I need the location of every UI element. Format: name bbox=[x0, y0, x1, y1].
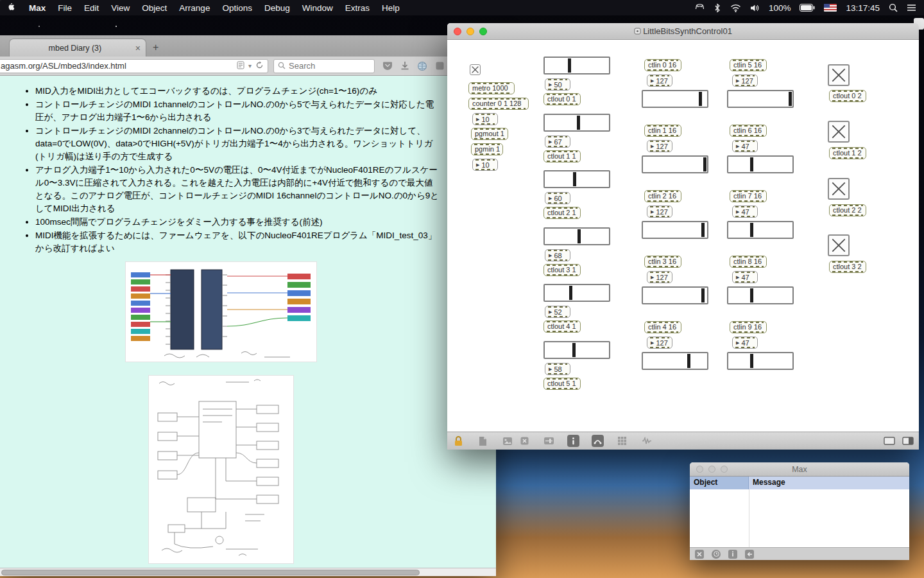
spotlight-icon[interactable] bbox=[889, 3, 898, 12]
info-icon[interactable] bbox=[567, 435, 579, 447]
number-box[interactable]: ▶127 bbox=[647, 271, 672, 283]
number-box[interactable]: ▶10 bbox=[472, 113, 498, 125]
search-input[interactable] bbox=[289, 61, 370, 71]
number-box[interactable]: ▶127 bbox=[647, 140, 672, 152]
clock-icon[interactable] bbox=[712, 550, 721, 559]
menubar-clock[interactable]: 13:17:45 bbox=[846, 3, 880, 13]
object-box-ctlin[interactable]: ctlin 4 16 bbox=[644, 321, 681, 333]
notification-center-icon[interactable] bbox=[907, 4, 916, 12]
menu-item-options[interactable]: Options bbox=[222, 3, 252, 13]
number-box[interactable]: ▶58 bbox=[545, 363, 570, 375]
clear-console-icon[interactable] bbox=[695, 550, 704, 559]
number-box[interactable]: ▶50 bbox=[545, 78, 570, 91]
number-box[interactable]: ▶67 bbox=[545, 136, 570, 148]
new-tab-button[interactable]: + bbox=[153, 42, 158, 53]
zoom-button[interactable] bbox=[479, 28, 487, 35]
column-header-message[interactable]: Message bbox=[749, 477, 909, 489]
object-box-ctlout[interactable]: ctlout 0 1 bbox=[543, 93, 581, 105]
slider[interactable] bbox=[642, 155, 708, 173]
menu-item-view[interactable]: View bbox=[111, 3, 130, 13]
action-icon[interactable] bbox=[745, 550, 754, 559]
slider[interactable] bbox=[727, 221, 794, 239]
new-object-icon[interactable] bbox=[477, 435, 489, 447]
tab-close-icon[interactable]: × bbox=[135, 44, 141, 53]
reload-icon[interactable] bbox=[255, 60, 264, 72]
object-box-ctlout[interactable]: ctlout 1 1 bbox=[543, 150, 581, 162]
slider[interactable] bbox=[642, 221, 708, 239]
object-box-ctlin[interactable]: ctlin 2 16 bbox=[644, 190, 681, 202]
inspector-icon[interactable] bbox=[728, 550, 737, 559]
apple-menu-icon[interactable] bbox=[8, 2, 17, 13]
object-box-ctlout[interactable]: ctlout 2 2 bbox=[829, 204, 866, 216]
audio-icon[interactable] bbox=[640, 435, 653, 447]
object-box-pgmin[interactable]: pgmin 1 bbox=[471, 143, 503, 155]
number-box[interactable]: ▶127 bbox=[647, 337, 672, 349]
number-box[interactable]: ▶47 bbox=[732, 140, 758, 152]
object-box-ctlin[interactable]: ctlin 6 16 bbox=[730, 125, 767, 137]
menu-item-object[interactable]: Object bbox=[142, 3, 167, 13]
patcher-title-bar[interactable]: LittleBitsSynthControl01 bbox=[447, 23, 919, 40]
object-box-ctlin[interactable]: ctlin 7 16 bbox=[730, 190, 767, 202]
toggle-metro[interactable] bbox=[470, 64, 481, 75]
slider[interactable] bbox=[543, 341, 610, 359]
number-box[interactable]: ▶68 bbox=[545, 249, 570, 261]
search-bar[interactable] bbox=[273, 59, 375, 73]
number-box[interactable]: ▶52 bbox=[545, 306, 570, 318]
number-box[interactable]: ▶47 bbox=[732, 271, 758, 283]
toggle-trigger[interactable] bbox=[828, 121, 850, 143]
toggle-trigger[interactable] bbox=[828, 234, 850, 256]
console-title-bar[interactable]: Max bbox=[690, 462, 909, 477]
object-box-ctlout[interactable]: ctlout 0 2 bbox=[829, 90, 866, 102]
slider[interactable] bbox=[543, 114, 610, 132]
globe-extension-icon[interactable] bbox=[417, 61, 427, 71]
zoom-button[interactable] bbox=[721, 466, 728, 473]
fader-icon[interactable] bbox=[543, 435, 555, 447]
toggle-trigger[interactable] bbox=[828, 178, 850, 200]
url-dropdown-icon[interactable]: ▾ bbox=[248, 62, 252, 69]
slider[interactable] bbox=[543, 57, 610, 74]
object-box-ctlout[interactable]: ctlout 4 1 bbox=[543, 320, 581, 333]
object-box-ctlout[interactable]: ctlout 5 1 bbox=[543, 378, 581, 390]
sidebar-left-icon[interactable] bbox=[883, 435, 895, 447]
downloads-icon[interactable] bbox=[400, 61, 409, 71]
toggle-trigger[interactable] bbox=[828, 64, 850, 86]
slider[interactable] bbox=[543, 227, 610, 245]
number-box[interactable]: ▶127 bbox=[732, 74, 758, 87]
object-box-ctlin[interactable]: ctlin 3 16 bbox=[644, 256, 681, 268]
object-box-ctlin[interactable]: ctlin 5 16 bbox=[730, 59, 767, 71]
minimize-button[interactable] bbox=[708, 466, 715, 473]
menu-item-file[interactable]: File bbox=[58, 3, 72, 13]
sidebar-right-icon[interactable] bbox=[902, 435, 914, 447]
object-box-ctlin[interactable]: ctlin 9 16 bbox=[730, 321, 767, 333]
slider[interactable] bbox=[543, 170, 610, 188]
number-box[interactable]: ▶60 bbox=[545, 192, 570, 204]
scrollbar-thumb[interactable] bbox=[1, 570, 420, 575]
object-box-metro[interactable]: metro 1000 bbox=[468, 82, 515, 94]
object-box-ctlin[interactable]: ctlin 8 16 bbox=[730, 256, 767, 268]
object-box-pgmout[interactable]: pgmout 1 bbox=[471, 128, 508, 140]
reader-mode-icon[interactable] bbox=[237, 60, 244, 72]
slider[interactable] bbox=[727, 286, 794, 304]
column-header-object[interactable]: Object bbox=[690, 477, 749, 489]
object-box-ctlin[interactable]: ctlin 0 16 bbox=[644, 59, 681, 71]
url-input[interactable] bbox=[1, 61, 233, 71]
slider[interactable] bbox=[642, 286, 708, 304]
url-bar[interactable]: ▾ bbox=[0, 59, 268, 73]
slider[interactable] bbox=[642, 90, 708, 108]
number-box[interactable]: ▶47 bbox=[732, 206, 758, 218]
patch-cords-icon[interactable] bbox=[592, 435, 604, 447]
menu-item-extras[interactable]: Extras bbox=[345, 3, 370, 13]
slider[interactable] bbox=[642, 352, 708, 370]
bluetooth-icon[interactable] bbox=[714, 3, 721, 13]
object-box-ctlout[interactable]: ctlout 1 2 bbox=[829, 147, 866, 159]
wifi-icon[interactable] bbox=[730, 4, 741, 12]
patcher-canvas[interactable]: metro 1000 counter 0 1 128 ▶10 pgmout 1 … bbox=[447, 40, 919, 432]
slider[interactable] bbox=[543, 284, 610, 302]
grid-icon[interactable] bbox=[616, 435, 628, 447]
object-box-ctlin[interactable]: ctlin 1 16 bbox=[644, 125, 681, 137]
slider[interactable] bbox=[727, 352, 794, 370]
number-box[interactable]: ▶10 bbox=[472, 159, 498, 171]
object-box-counter[interactable]: counter 0 1 128 bbox=[468, 98, 529, 110]
number-box[interactable]: ▶127 bbox=[647, 74, 672, 87]
remove-media-icon[interactable] bbox=[518, 435, 531, 447]
